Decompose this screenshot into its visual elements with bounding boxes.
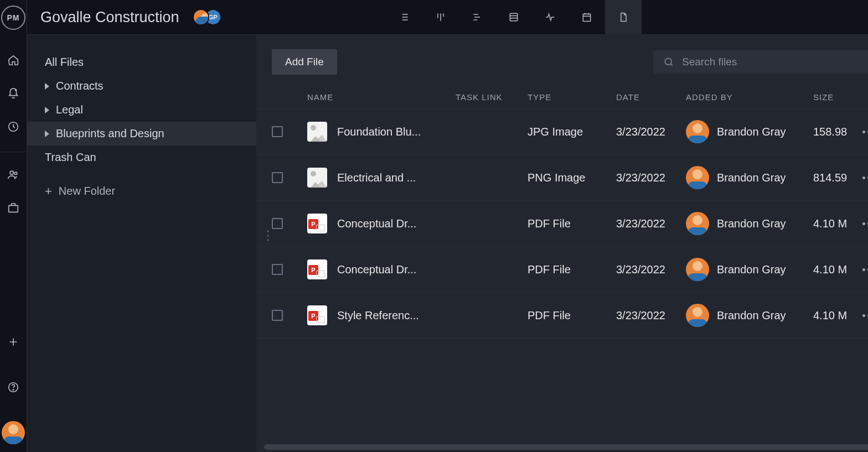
file-type-cell: PDF File — [528, 217, 616, 230]
added-by-cell: Brandon Gray — [686, 120, 813, 143]
row-checkbox[interactable] — [272, 126, 283, 137]
row-checkbox[interactable] — [272, 218, 283, 229]
row-more-icon[interactable] — [855, 176, 868, 179]
added-by-cell: Brandon Gray — [686, 166, 813, 189]
app-logo[interactable]: PM — [1, 6, 25, 30]
file-name: Style Referenc... — [337, 309, 419, 322]
added-by-cell: Brandon Gray — [686, 212, 813, 235]
col-size[interactable]: SIZE — [813, 92, 855, 102]
file-thumbnail — [307, 168, 327, 188]
search-input[interactable] — [682, 56, 868, 68]
svg-rect-7 — [510, 13, 517, 20]
rail-divider — [0, 152, 27, 152]
body: All Files ContractsLegalBlueprints and D… — [27, 35, 868, 452]
search-box[interactable] — [653, 50, 868, 74]
home-icon[interactable] — [2, 49, 25, 72]
app-root: PM Govalle Cons — [0, 0, 868, 452]
plus-icon: + — [45, 185, 52, 198]
bell-icon[interactable] — [2, 82, 25, 105]
row-more-icon[interactable] — [855, 131, 868, 133]
row-more-icon[interactable] — [855, 268, 868, 271]
board-view-icon[interactable] — [422, 0, 459, 35]
list-view-icon[interactable] — [386, 0, 422, 35]
row-more-icon[interactable] — [855, 314, 868, 317]
svg-point-6 — [13, 389, 13, 390]
all-files-link[interactable]: All Files — [27, 50, 256, 74]
row-checkbox[interactable] — [272, 172, 283, 183]
files-view-icon[interactable] — [605, 0, 642, 35]
search-icon — [663, 56, 674, 67]
file-thumbnail — [307, 122, 327, 142]
plus-icon[interactable] — [2, 330, 25, 354]
trash-can-link[interactable]: Trash Can — [27, 146, 256, 169]
file-date-cell: 3/23/2022 — [616, 263, 686, 276]
chevron-right-icon — [45, 131, 49, 137]
file-date-cell: 3/23/2022 — [616, 309, 686, 322]
row-checkbox[interactable] — [272, 264, 283, 275]
activity-view-icon[interactable] — [532, 0, 569, 35]
current-user-avatar[interactable] — [2, 421, 25, 444]
col-date[interactable]: DATE — [616, 92, 686, 102]
folder-label: Contracts — [56, 80, 104, 92]
col-task-link[interactable]: TASK LINK — [456, 92, 528, 102]
folder-item[interactable]: Blueprints and Design — [27, 122, 256, 146]
file-name: Electrical and ... — [337, 172, 416, 184]
file-date-cell: 3/23/2022 — [616, 217, 686, 230]
people-icon[interactable] — [2, 163, 25, 186]
file-thumbnail: P — [307, 259, 327, 279]
sidebar-resize-handle[interactable] — [267, 230, 269, 241]
folder-label: Legal — [56, 103, 83, 116]
file-type-cell: PDF File — [528, 263, 616, 276]
user-avatar — [686, 258, 709, 281]
file-name: Conceptual Dr... — [337, 263, 416, 276]
view-tabs — [386, 0, 868, 35]
table-row[interactable]: PConceptual Dr...PDF File3/23/2022Brando… — [256, 201, 868, 247]
table-row[interactable]: PStyle Referenc...PDF File3/23/2022Brand… — [256, 293, 868, 339]
col-name[interactable]: NAME — [307, 92, 456, 102]
col-type[interactable]: TYPE — [528, 92, 616, 102]
file-size-cell: 4.10 M — [813, 217, 855, 230]
table-row[interactable]: PConceptual Dr...PDF File3/23/2022Brando… — [256, 247, 868, 293]
file-toolbar: Add File — [256, 35, 868, 86]
add-file-button[interactable]: Add File — [272, 49, 337, 75]
clock-icon[interactable] — [2, 115, 25, 138]
col-added-by[interactable]: ADDED BY — [686, 92, 813, 102]
folder-item[interactable]: Contracts — [27, 74, 256, 98]
svg-point-2 — [10, 171, 13, 174]
user-avatar — [686, 212, 709, 235]
top-bar: Govalle Construction GP — [27, 0, 868, 35]
table-row[interactable]: Electrical and ...PNG Image3/23/2022Bran… — [256, 155, 868, 201]
gantt-view-icon[interactable] — [459, 0, 495, 35]
table-row[interactable]: Foundation Blu...JPG Image3/23/2022Brand… — [256, 109, 868, 155]
file-thumbnail: P — [307, 305, 327, 325]
briefcase-icon[interactable] — [2, 196, 25, 220]
file-size-cell: 814.59 — [813, 172, 855, 184]
user-avatar — [686, 120, 709, 143]
svg-rect-4 — [9, 205, 18, 212]
calendar-view-icon[interactable] — [569, 0, 605, 35]
table-header: NAME TASK LINK TYPE DATE ADDED BY SIZE — [256, 86, 868, 109]
file-main: Add File NAME TASK LINK TYPE DATE ADDED … — [256, 35, 868, 452]
row-checkbox[interactable] — [272, 310, 283, 321]
file-type-cell: PNG Image — [528, 172, 616, 184]
folder-label: Blueprints and Design — [56, 127, 164, 140]
horizontal-scrollbar[interactable] — [264, 444, 868, 450]
file-tree-sidebar: All Files ContractsLegalBlueprints and D… — [27, 35, 256, 452]
file-size-cell: 158.98 — [813, 126, 855, 138]
member-avatars[interactable]: GP — [193, 9, 221, 25]
file-name: Conceptual Dr... — [337, 217, 416, 230]
row-more-icon[interactable] — [855, 222, 868, 225]
table-body: Foundation Blu...JPG Image3/23/2022Brand… — [256, 109, 868, 444]
help-icon[interactable] — [2, 376, 25, 399]
svg-rect-8 — [583, 14, 590, 21]
new-folder-button[interactable]: + New Folder — [27, 179, 256, 203]
user-avatar — [686, 166, 709, 189]
sheet-view-icon[interactable] — [495, 0, 532, 35]
content-area: Govalle Construction GP All Files Contra… — [27, 0, 868, 452]
svg-point-0 — [15, 89, 17, 91]
file-date-cell: 3/23/2022 — [616, 126, 686, 138]
member-avatar[interactable] — [193, 9, 209, 25]
new-folder-label: New Folder — [59, 185, 115, 198]
svg-point-9 — [665, 58, 671, 65]
folder-item[interactable]: Legal — [27, 98, 256, 122]
